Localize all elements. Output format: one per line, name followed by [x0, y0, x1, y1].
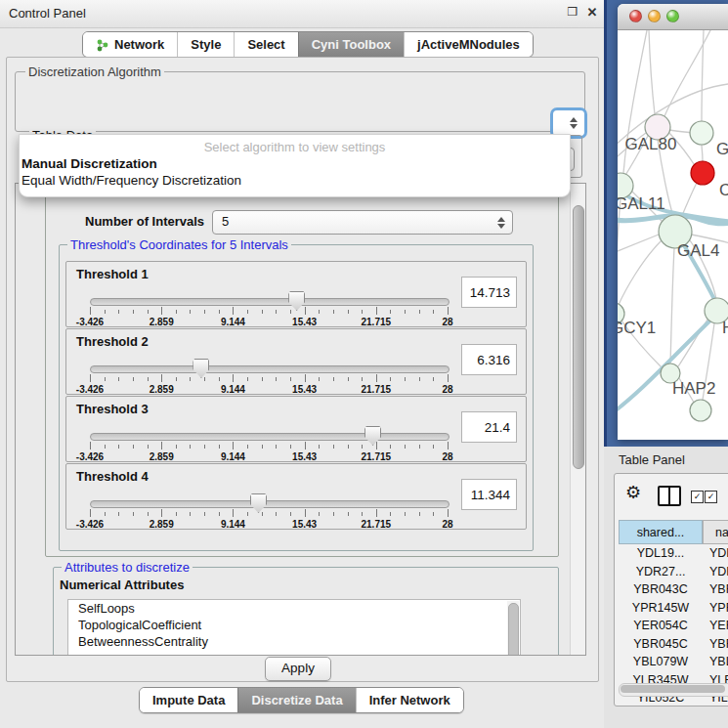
threshold-label: Threshold 2	[76, 334, 149, 349]
gear-icon[interactable]: ⚙	[625, 482, 641, 503]
slider-track[interactable]	[90, 433, 450, 441]
slider-tick	[390, 445, 391, 449]
popup-option-manual-discretization[interactable]: Manual Discretization	[21, 156, 157, 171]
cell-name[interactable]: YBR0	[703, 635, 728, 654]
threshold-slider[interactable]: -3.4262.8599.14415.4321.71528	[90, 496, 448, 528]
network-node-label: GCY1	[618, 319, 656, 337]
network-graph[interactable]: GAL80GACGAL11GAL4GCY1HHAP2	[618, 30, 728, 440]
threshold-slider[interactable]: -3.4262.8599.14415.4321.71528	[90, 294, 448, 325]
threshold-slider[interactable]: -3.4262.8599.14415.4321.71528	[90, 362, 448, 393]
apply-button[interactable]: Apply	[265, 657, 331, 681]
slider-tick	[362, 445, 363, 449]
network-node[interactable]	[690, 121, 713, 145]
slider-tick	[319, 377, 320, 381]
slider-tick	[247, 512, 248, 516]
cell-name[interactable]: YDR2	[703, 563, 728, 581]
slider-tick	[133, 377, 134, 381]
network-edge[interactable]	[649, 30, 655, 114]
cell-name[interactable]: YBR0	[703, 580, 728, 599]
slider-tick	[362, 310, 363, 314]
threshold-value[interactable]: 6.316	[461, 344, 517, 375]
threshold-value[interactable]: 11.344	[461, 479, 517, 510]
slider-track[interactable]	[90, 500, 450, 508]
tab-discretize-data[interactable]: Discretize Data	[237, 688, 355, 712]
slider-tick	[190, 445, 191, 449]
table-row[interactable]: YDL19...YDL1	[619, 544, 728, 563]
slider-tick	[105, 377, 106, 381]
slider-tick	[148, 377, 149, 381]
slider-tick	[219, 445, 220, 449]
attribute-item[interactable]: TopologicalCoefficient	[68, 617, 520, 633]
scrollbar-thumb[interactable]	[621, 685, 725, 693]
table-row[interactable]: YBL079WYBL0	[619, 653, 728, 671]
tick-label: 9.144	[221, 384, 245, 395]
popup-option-equal-width[interactable]: Equal Width/Frequency Discretization	[21, 173, 241, 188]
table-row[interactable]: YPR145WYPR1	[619, 599, 728, 618]
table-horizontal-scrollbar[interactable]	[619, 683, 728, 697]
float-window-icon[interactable]: ❒	[565, 5, 580, 19]
cell-name[interactable]: YDL1	[703, 544, 728, 563]
cell-shared-name[interactable]: YPR145W	[619, 599, 703, 618]
close-panel-icon[interactable]: ✕	[584, 5, 600, 20]
table-row[interactable]: YBR043CYBR0	[619, 580, 728, 599]
cell-shared-name[interactable]: YDR27...	[619, 563, 703, 581]
network-edge[interactable]	[670, 248, 674, 364]
cell-shared-name[interactable]: YBL079W	[619, 653, 703, 671]
threshold-slider[interactable]: -3.4262.8599.14415.4321.71528	[90, 429, 448, 460]
cell-name[interactable]: YER0	[703, 617, 728, 635]
attribute-item[interactable]: BetweennessCentrality	[68, 633, 520, 650]
split-columns-icon[interactable]	[658, 486, 681, 506]
attributes-scrollbar[interactable]	[507, 601, 519, 656]
checkbox-icon[interactable]: ✓	[691, 491, 704, 503]
scrollbar-thumb[interactable]	[508, 603, 519, 656]
network-edge[interactable]	[702, 145, 703, 161]
network-edge[interactable]	[618, 235, 659, 255]
network-node[interactable]	[690, 400, 711, 421]
numerical-attributes-list[interactable]: SelfLoopsTopologicalCoefficientBetweenne…	[67, 599, 521, 656]
tab-label: Infer Network	[369, 689, 450, 711]
tick-label: -3.426	[76, 519, 104, 530]
slider-tick	[348, 445, 349, 449]
slider-tick	[262, 310, 263, 314]
slider-tick	[233, 307, 234, 315]
slider-track[interactable]	[90, 298, 450, 306]
slider-track[interactable]	[90, 365, 450, 373]
network-edge[interactable]	[702, 30, 704, 121]
slider-tick	[90, 509, 91, 517]
threshold-value[interactable]: 21.4	[461, 411, 517, 443]
network-canvas[interactable]: GAL80GACGAL11GAL4GCY1HHAP2	[618, 30, 728, 440]
tab-cyni-toolbox[interactable]: Cyni Toolbox	[298, 32, 404, 57]
table-row[interactable]: YDR27...YDR2	[619, 563, 728, 581]
tab-impute-data[interactable]: Impute Data	[140, 688, 237, 712]
tab-style[interactable]: Style	[177, 32, 234, 57]
threshold-value[interactable]: 14.713	[461, 277, 517, 308]
network-edge[interactable]	[669, 130, 692, 133]
cell-name[interactable]: YPR1	[703, 599, 728, 618]
close-traffic-light-icon[interactable]	[629, 10, 642, 22]
table-row[interactable]: YBR045CYBR0	[619, 635, 728, 654]
minimize-traffic-light-icon[interactable]	[648, 10, 661, 22]
zoom-traffic-light-icon[interactable]	[666, 10, 679, 22]
cell-name[interactable]: YBL0	[703, 653, 728, 671]
cell-shared-name[interactable]: YBR043C	[619, 580, 703, 599]
network-edge[interactable]	[618, 240, 662, 307]
scrollbar-thumb[interactable]	[573, 205, 584, 469]
tab-select[interactable]: Select	[234, 32, 297, 57]
cell-shared-name[interactable]: YDL19...	[619, 544, 703, 563]
cell-shared-name[interactable]: YBR045C	[619, 635, 703, 654]
settings-vertical-scrollbar[interactable]	[570, 184, 585, 655]
slider-tick	[148, 512, 149, 516]
tick-label: 28	[442, 519, 452, 530]
column-header-name[interactable]: na	[703, 520, 728, 544]
cell-shared-name[interactable]: YER054C	[619, 617, 703, 635]
tab-jactivemnodules[interactable]: jActiveMNodules	[404, 32, 533, 57]
number-of-intervals-combobox[interactable]: 5	[212, 210, 513, 235]
slider-tick	[390, 310, 391, 314]
checkbox-icon[interactable]: ✓	[705, 491, 717, 503]
attribute-item[interactable]: SelfLoops	[68, 600, 520, 617]
network-node[interactable]	[691, 161, 714, 185]
tab-infer-network[interactable]: Infer Network	[356, 688, 463, 712]
column-header-shared-name[interactable]: shared...	[619, 520, 703, 544]
table-row[interactable]: YER054CYER0	[619, 617, 728, 635]
tab-network[interactable]: Network	[83, 32, 177, 57]
